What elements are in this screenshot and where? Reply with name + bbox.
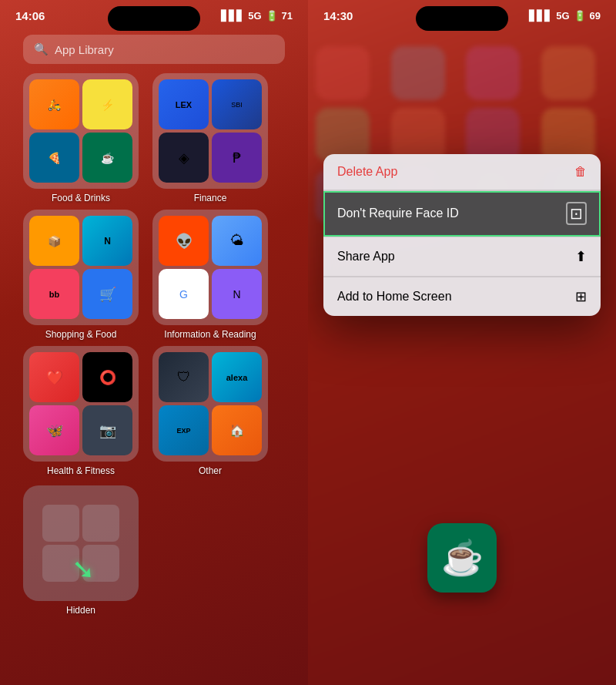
- folder-health-label: Health & Fitness: [47, 465, 115, 476]
- status-icons-right: ▋▋▋ 5G 🔋 69: [529, 10, 601, 22]
- battery-left: 🔋: [266, 10, 278, 22]
- starbucks-app-icon[interactable]: ☕: [427, 523, 497, 593]
- app-cam[interactable]: 📷: [82, 405, 132, 455]
- share-icon: ⬆: [575, 248, 587, 265]
- dynamic-island-left: [108, 6, 200, 31]
- network-left: 5G: [248, 10, 261, 22]
- app-swiggy[interactable]: 🛵: [29, 79, 79, 129]
- folder-food-drinks[interactable]: 🛵 ⚡ 🍕 ☕ Food & Drinks: [23, 73, 139, 203]
- time-left: 14:06: [15, 9, 45, 22]
- menu-face-id[interactable]: Don't Require Face ID ⊡: [323, 191, 601, 237]
- folder-row-2: 📦 N bb 🛒 Shopping & Food 👽 🌤 G N Informa…: [23, 210, 285, 340]
- battery-right: 🔋: [574, 10, 586, 22]
- folder-other[interactable]: 🛡 alexa EXP 🏠 Other: [152, 346, 268, 476]
- hidden-row: ➘ Hidden: [23, 485, 285, 616]
- folder-other-label: Other: [199, 465, 222, 476]
- folder-hidden[interactable]: ➘ Hidden: [23, 485, 139, 616]
- folder-shopping[interactable]: 📦 N bb 🛒 Shopping & Food: [23, 210, 139, 340]
- folder-finance[interactable]: LEX SBI ◈ ₱ Finance: [152, 73, 268, 203]
- share-label: Share App: [337, 250, 395, 264]
- face-id-label: Don't Require Face ID: [337, 207, 459, 220]
- home-label: Add to Home Screen: [337, 290, 452, 304]
- app-alexa[interactable]: alexa: [212, 352, 262, 402]
- hidden-label: Hidden: [66, 605, 95, 616]
- app-weather[interactable]: 🌤: [212, 216, 262, 266]
- folder-shopping-label: Shopping & Food: [45, 329, 117, 340]
- app-notion[interactable]: N: [212, 269, 262, 319]
- app-dominos[interactable]: 🍕: [29, 133, 79, 183]
- network-right: 5G: [556, 10, 569, 22]
- menu-delete-app[interactable]: Delete App 🗑: [323, 154, 601, 190]
- folder-row-3: ❤️ ⭕ 🦋 📷 Health & Fitness 🛡 alexa EXP 🏠 …: [23, 346, 285, 476]
- delete-icon: 🗑: [574, 165, 587, 179]
- app-home[interactable]: 🏠: [212, 405, 262, 455]
- search-icon: 🔍: [34, 42, 49, 56]
- folder-row-1: 🛵 ⚡ 🍕 ☕ Food & Drinks LEX SBI ◈ ₱ Financ…: [23, 73, 285, 203]
- face-id-icon: ⊡: [566, 202, 587, 225]
- app-fitness[interactable]: ⭕: [82, 352, 132, 402]
- app-flipkart[interactable]: 🛒: [82, 269, 132, 319]
- app-navi[interactable]: N: [82, 216, 132, 266]
- home-icon: ⊞: [575, 288, 587, 305]
- app-phonepe[interactable]: ₱: [212, 133, 262, 183]
- menu-share-app[interactable]: Share App ⬆: [323, 237, 601, 277]
- app-lex[interactable]: LEX: [159, 79, 209, 129]
- search-placeholder: App Library: [55, 43, 114, 56]
- folder-finance-label: Finance: [194, 193, 227, 203]
- app-game[interactable]: 🛡: [159, 352, 209, 402]
- battery-pct-left: 71: [282, 10, 293, 22]
- app-mu[interactable]: 🦋: [29, 405, 79, 455]
- app-starbucks-small[interactable]: ☕: [82, 133, 132, 183]
- app-sbi[interactable]: SBI: [212, 79, 262, 129]
- menu-add-home[interactable]: Add to Home Screen ⊞: [323, 277, 601, 316]
- folder-food-label: Food & Drinks: [52, 193, 110, 203]
- hidden-folder-icon[interactable]: ➘: [23, 485, 139, 601]
- status-icons-left: ▋▋▋ 5G 🔋 71: [221, 10, 293, 22]
- app-library-search[interactable]: 🔍 App Library: [23, 35, 285, 64]
- green-arrow-icon: ➘: [72, 553, 95, 586]
- battery-pct-right: 69: [590, 10, 601, 22]
- app-blinkit[interactable]: ⚡: [82, 79, 132, 129]
- dynamic-island-right: [416, 6, 508, 31]
- app-health[interactable]: ❤️: [29, 352, 79, 402]
- app-reddit[interactable]: 👽: [159, 216, 209, 266]
- left-panel: 14:06 ▋▋▋ 5G 🔋 71 🔍 App Library 🛵 ⚡ 🍕 ☕ …: [0, 0, 308, 685]
- app-bbd[interactable]: bb: [29, 269, 79, 319]
- delete-app-label: Delete App: [337, 165, 397, 179]
- starbucks-emoji: ☕: [441, 538, 484, 578]
- context-menu: Delete App 🗑 Don't Require Face ID ⊡ Sha…: [323, 154, 601, 316]
- context-menu-area: Delete App 🗑 Don't Require Face ID ⊡ Sha…: [323, 154, 601, 316]
- folder-info-label: Information & Reading: [164, 329, 256, 340]
- app-amazon[interactable]: 📦: [29, 216, 79, 266]
- signal-icon-left: ▋▋▋: [221, 10, 244, 22]
- app-cred[interactable]: ◈: [159, 133, 209, 183]
- app-exp[interactable]: EXP: [159, 405, 209, 455]
- right-panel: 14:30 ▋▋▋ 5G 🔋 69 Delete App 🗑 Don't Req…: [308, 0, 616, 685]
- app-google-translate[interactable]: G: [159, 269, 209, 319]
- signal-icon-right: ▋▋▋: [529, 10, 552, 22]
- time-right: 14:30: [323, 9, 353, 22]
- folder-info-reading[interactable]: 👽 🌤 G N Information & Reading: [152, 210, 268, 340]
- folder-health[interactable]: ❤️ ⭕ 🦋 📷 Health & Fitness: [23, 346, 139, 476]
